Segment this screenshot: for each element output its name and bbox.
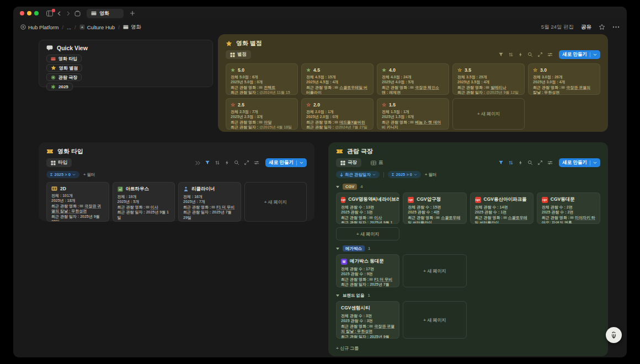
quick-link-movie-types[interactable]: 영화 타입 (46, 55, 82, 62)
filter-icon[interactable] (205, 160, 210, 165)
search-icon[interactable] (527, 52, 533, 57)
type-card-recliner[interactable]: 리클라이너 전체 : 16개 2025년 : 7개 최근 관람 영화 :F1 더… (178, 182, 241, 222)
rating-card-5.0[interactable]: ★5.0 전체 5.0점 : 6개 2025년 5.0점 : 0개 최근 관람 … (226, 63, 298, 95)
theater-card-cgv-myeongdong[interactable]: cgvCGV명동역씨네라이브러리 전체 관람 수 : 13편 2025 관람 수… (336, 192, 399, 224)
theater-card-cgv-apgujeong[interactable]: cgvCGV압구정 전체 관람 수 : 15편 2025 관람 수 : 4편 최… (403, 192, 466, 224)
theater-card-cgv-dongdaemun[interactable]: cgvCGV동대문 전체 관람 수 : 2편 2025 관람 수 : 2편 최근… (537, 192, 600, 224)
rating-card-3.0[interactable]: ☆3.0 전체 3.0점 : 26개 2025년 3.0점 : 4개 최근 관람… (528, 63, 600, 95)
table-view-icon (371, 160, 376, 165)
type-card-2d[interactable]: 2D 전체 : 101개 2025년 : 18개 최근 관람 영화 :극장판 귀… (46, 182, 109, 222)
expand-icon[interactable] (537, 52, 543, 57)
total-count: 전체 2.0점 : 1개 (306, 109, 369, 114)
forward-icon[interactable] (66, 11, 71, 16)
total-count: 전체 3.5점 : 29개 (457, 74, 520, 79)
sort-icon[interactable] (215, 160, 220, 165)
quick-link-movie-ratings[interactable]: 영화 별점 (46, 64, 82, 72)
breadcrumb-root[interactable]: Hub Platform (20, 24, 58, 30)
quick-view-callout: Quick View 영화 타입 영화 별점 관람 극장 2025 (39, 40, 213, 87)
favorite-star-icon[interactable] (599, 24, 605, 30)
new-page-tile[interactable]: + 새 페이지 (403, 301, 466, 339)
sort-icon[interactable] (508, 160, 514, 165)
movie-page-icon (334, 85, 338, 89)
theater-card-cgv-yongsan[interactable]: cgvCGV용산아이파크몰 전체 관람 수 : 14편 2025 관람 수 : … (470, 192, 534, 224)
automation-icon[interactable] (518, 52, 523, 57)
group-count: 1 (368, 246, 370, 251)
breadcrumb-ellipsis[interactable]: ... (67, 24, 71, 30)
rating-card-1.5[interactable]: ☆1.5 전체 1.5점 : 1개 2025년 1.5점 : 0개 최근 관람 … (377, 98, 449, 130)
share-button[interactable]: 공유 (581, 24, 591, 31)
new-page-tile[interactable]: + 새 페이지 (336, 227, 399, 240)
filter-icon[interactable] (498, 52, 504, 57)
search-icon[interactable] (527, 160, 533, 165)
arrow-down-icon (340, 173, 343, 177)
total-count: 전체 4.0점 : 24개 (382, 74, 444, 79)
total-count: 전체 : 19개 (118, 194, 170, 199)
rating-card-3.5[interactable]: ☆3.5 전체 3.5점 : 29개 2025년 3.5점 : 4개 최근 관람… (452, 63, 525, 95)
add-filter-button[interactable]: + 필터 (425, 172, 436, 178)
new-page-tile[interactable]: + 새 페이지 (452, 98, 525, 130)
group-header-cgv[interactable]: CGV 4 (336, 184, 600, 190)
view-settings-icon[interactable] (254, 160, 259, 165)
theater-card-cgv-centum[interactable]: CGV센텀시티 전체 관람 수 : 3편 2025 관람 수 : 3편 최근 관… (336, 301, 399, 339)
view-settings-icon[interactable] (547, 160, 553, 165)
rating-card-4.0[interactable]: ★4.0 전체 4.0점 : 24개 2025년 4.0점 : 5개 최근 관람… (377, 63, 449, 95)
view-tab-table[interactable]: 표 (366, 158, 388, 167)
star-icon: ☆ (231, 103, 235, 108)
minimize-window-button[interactable] (27, 11, 31, 15)
back-icon[interactable] (57, 11, 62, 16)
rating-card-2.5[interactable]: ☆2.5 전체 2.5점 : 7개 2025년 2.5점 : 3개 최근 관람 … (226, 98, 298, 130)
rollup-filter-pill[interactable]: Σ 2025 > 0 (388, 171, 421, 178)
new-group-button[interactable]: + 신규 그룹 (336, 345, 600, 351)
group-badge: 메가박스 (343, 245, 365, 251)
rollup-filter-pill[interactable]: Σ 2025 > 0 (46, 171, 79, 178)
search-icon[interactable] (234, 160, 239, 165)
type-card-arthouse[interactable]: 아트하우스 전체 : 19개 2025년 : 5개 최근 관람 영화 :이사 최… (113, 182, 175, 222)
view-settings-icon[interactable] (547, 52, 553, 57)
rating-card-2.0[interactable]: ☆2.0 전체 2.0점 : 1개 2025년 2.0점 : 0개 최근 관람 … (301, 98, 374, 130)
view-tab-ratings[interactable]: 별점 (226, 50, 251, 59)
more-options-icon[interactable] (612, 26, 620, 28)
filter-icon[interactable] (498, 160, 504, 165)
sort-icon[interactable] (508, 52, 514, 57)
collapse-triangle-icon (336, 186, 339, 188)
group-header-no-brand[interactable]: 브랜드 없음 1 (336, 292, 600, 298)
year-count: 2025 관람 수 : 3편 (341, 318, 394, 323)
assistant-fab-button[interactable] (606, 327, 622, 343)
expand-icon[interactable] (244, 160, 249, 165)
automation-icon[interactable] (225, 160, 230, 165)
browser-tab-movies[interactable]: 영화 (87, 9, 124, 18)
sort-pill[interactable]: 최근 관람일자 (336, 171, 380, 178)
star-icon: ☆ (306, 103, 311, 108)
rating-card-4.5[interactable]: ★4.5 전체 4.5점 : 15개 2025년 4.5점 : 4개 최근 관람… (301, 63, 374, 95)
breadcrumb-culture-hub[interactable]: Culture Hub (79, 24, 115, 30)
group-header-megabox[interactable]: 메가박스 1 (336, 245, 600, 251)
ticket-icon (46, 148, 54, 154)
view-tab-types[interactable]: 타입 (46, 158, 72, 167)
breadcrumb-separator: / (62, 24, 63, 30)
new-entry-button[interactable]: 새로 만들기 (265, 158, 307, 167)
new-page-tile[interactable]: + 새 페이지 (244, 182, 307, 222)
new-entry-button[interactable]: 새로 만들기 (559, 50, 600, 59)
tab-title: 영화 (99, 10, 109, 17)
zoom-window-button[interactable] (34, 11, 39, 15)
recent-movie: 최근 관람 영화 :컨택트 (231, 85, 293, 90)
chevrons-right-icon[interactable] (195, 160, 200, 165)
breadcrumb-current-page[interactable]: 영화 (123, 24, 141, 31)
recent-movie: 최근 관람 영화 :극장판 체인소 맨 : 레제편 (382, 85, 444, 95)
workspace-icon[interactable] (74, 10, 81, 17)
quick-link-theaters[interactable]: 관람 극장 (46, 73, 82, 81)
new-entry-button[interactable]: 새로 만들기 (559, 158, 600, 167)
expand-icon[interactable] (537, 160, 543, 165)
star-icon: ★ (382, 68, 386, 73)
new-page-tile[interactable]: + 새 페이지 (403, 254, 466, 287)
add-filter-button[interactable]: + 필터 (83, 172, 95, 178)
hub-platform-icon (20, 24, 26, 30)
close-window-button[interactable] (20, 11, 24, 15)
recent-date: 최근 관람 일자 : @2024년 11월 15일 (231, 90, 293, 95)
theater-card-megabox-dongdaemun[interactable]: M메가박스 동대문 전체 관람 수 : 17편 2025 관람 수 : 9편 최… (336, 254, 399, 287)
new-tab-icon[interactable] (130, 10, 135, 16)
sidebar-toggle-icon[interactable] (46, 10, 53, 17)
quick-link-2025[interactable]: 2025 (46, 83, 73, 90)
view-tab-theaters[interactable]: 극장 (336, 158, 361, 167)
automation-icon[interactable] (518, 160, 523, 165)
